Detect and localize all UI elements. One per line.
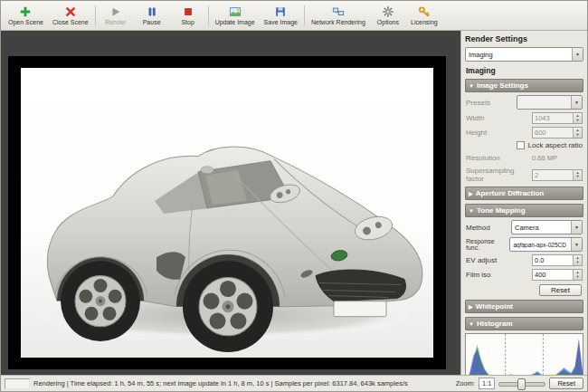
- render-canvas: [8, 56, 446, 369]
- lock-aspect-ratio-label: Lock aspect ratio: [528, 141, 583, 149]
- spinner-arrows-icon[interactable]: ▲▼: [573, 113, 582, 123]
- zoom-label: Zoom:: [456, 379, 475, 387]
- presets-dropdown[interactable]: ▼: [517, 95, 583, 110]
- section-histogram-label: Histogram: [477, 320, 513, 328]
- chevron-down-icon: ▼: [571, 238, 582, 251]
- options-icon: [382, 5, 394, 18]
- resolution-value: 0.68 MP: [532, 154, 583, 162]
- licensing-button[interactable]: Licensing: [406, 2, 442, 29]
- car-render: [21, 68, 433, 358]
- method-dropdown[interactable]: Camera ▼: [511, 220, 583, 234]
- status-bar: Rendering | Time elapsed: 1 h, 54 m, 55 …: [1, 375, 587, 391]
- render-icon: [109, 5, 122, 18]
- lock-aspect-ratio-checkbox[interactable]: [517, 141, 525, 149]
- update-image-icon: [229, 5, 242, 18]
- histogram-plot: [465, 333, 583, 375]
- height-spinbox[interactable]: 600 ▲▼: [532, 127, 583, 139]
- pause-icon: [146, 5, 158, 18]
- collapse-triangle-icon: ▼: [469, 83, 474, 89]
- rendered-image: [21, 68, 433, 358]
- render-button[interactable]: Render: [98, 2, 134, 29]
- section-tone-mapping[interactable]: ▼ Tone Mapping: [465, 204, 583, 217]
- supersampling-spinbox[interactable]: 2 ▲▼: [532, 169, 583, 181]
- tone-mapping-reset-button[interactable]: Reset: [539, 284, 582, 296]
- network-rendering-button[interactable]: Network Rendering: [307, 2, 370, 29]
- toolbar: Open Scene Close Scene Render Pause Stop…: [1, 1, 587, 31]
- collapse-triangle-icon: ▶: [469, 304, 473, 310]
- section-image-settings[interactable]: ▼ Image Settings: [465, 79, 583, 92]
- zoom-value[interactable]: 1:1: [479, 378, 495, 389]
- collapse-triangle-icon: ▼: [469, 321, 474, 327]
- save-image-button[interactable]: Save Image: [260, 2, 302, 29]
- section-whitepoint[interactable]: ▶ Whitepoint: [465, 300, 583, 313]
- update-image-button[interactable]: Update Image: [211, 2, 260, 29]
- network-rendering-label: Network Rendering: [311, 19, 365, 26]
- toolbar-separator: [208, 5, 209, 25]
- resolution-label: Resolution: [466, 154, 500, 162]
- licensing-label: Licensing: [411, 19, 438, 26]
- zoom-slider-thumb[interactable]: [517, 378, 526, 390]
- close-scene-icon: [64, 5, 77, 18]
- settings-category-dropdown[interactable]: Imaging ▼: [465, 47, 583, 62]
- collapse-triangle-icon: ▼: [469, 208, 474, 214]
- height-label: Height: [466, 129, 487, 137]
- stop-icon: [182, 5, 194, 18]
- open-scene-button[interactable]: Open Scene: [4, 2, 48, 29]
- panel-title: Render Settings: [465, 34, 583, 43]
- spinner-arrows-icon[interactable]: ▲▼: [573, 255, 582, 265]
- pause-button[interactable]: Pause: [134, 2, 170, 29]
- application-window: Open Scene Close Scene Render Pause Stop…: [0, 0, 588, 392]
- response-func-dropdown[interactable]: agfapan-apx-025CD ▼: [509, 237, 583, 252]
- collapse-triangle-icon: ▶: [469, 191, 473, 196]
- status-text: Rendering | Time elapsed: 1 h, 54 m, 55 …: [33, 379, 452, 387]
- options-label: Options: [377, 19, 399, 26]
- presets-label: Presets: [466, 99, 490, 107]
- section-aperture-label: Aperture Diffraction: [476, 189, 545, 197]
- render-viewport: [1, 31, 460, 375]
- options-button[interactable]: Options: [370, 2, 406, 29]
- zoom-slider[interactable]: [498, 378, 545, 389]
- film-iso-label: Film iso: [466, 271, 491, 279]
- pause-label: Pause: [143, 19, 161, 26]
- toolbar-separator: [304, 5, 305, 25]
- section-image-settings-label: Image Settings: [477, 81, 528, 90]
- network-rendering-icon: [332, 5, 345, 18]
- open-scene-label: Open Scene: [8, 19, 43, 26]
- close-scene-button[interactable]: Close Scene: [48, 2, 93, 29]
- render-label: Render: [105, 19, 126, 26]
- zoom-reset-button[interactable]: Reset: [549, 378, 583, 389]
- width-spinbox[interactable]: 1043 ▲▼: [532, 112, 583, 124]
- chevron-down-icon: ▼: [571, 96, 582, 109]
- licensing-icon: [418, 5, 431, 18]
- save-image-icon: [274, 5, 287, 18]
- chevron-down-icon: ▼: [571, 221, 582, 234]
- spinner-arrows-icon[interactable]: ▲▼: [573, 128, 582, 138]
- open-scene-icon: [19, 5, 32, 18]
- ev-adjust-spinbox[interactable]: 0.0 ▲▼: [532, 254, 583, 266]
- chevron-down-icon: ▼: [572, 48, 583, 61]
- supersampling-label: Supersampling factor: [466, 167, 522, 183]
- toolbar-separator: [95, 5, 96, 25]
- ev-adjust-label: EV adjust: [466, 256, 497, 264]
- response-func-label: Response func.: [466, 238, 509, 251]
- width-label: Width: [466, 114, 484, 122]
- section-whitepoint-label: Whitepoint: [476, 302, 513, 311]
- update-image-label: Update Image: [215, 19, 255, 26]
- progress-box: [5, 378, 30, 389]
- category-label: Imaging: [466, 66, 583, 75]
- stop-button[interactable]: Stop: [170, 2, 206, 29]
- stop-label: Stop: [181, 19, 194, 26]
- close-scene-label: Close Scene: [52, 19, 89, 26]
- method-label: Method: [466, 224, 490, 232]
- section-histogram[interactable]: ▼ Histogram: [465, 317, 583, 330]
- render-settings-panel: Render Settings Imaging ▼ Imaging ▼ Imag…: [460, 31, 587, 375]
- section-tone-mapping-label: Tone Mapping: [477, 206, 526, 215]
- section-aperture-diffraction[interactable]: ▶ Aperture Diffraction: [465, 186, 583, 200]
- spinner-arrows-icon[interactable]: ▲▼: [573, 170, 582, 180]
- film-iso-spinbox[interactable]: 400 ▲▼: [532, 269, 583, 281]
- save-image-label: Save Image: [264, 19, 298, 26]
- spinner-arrows-icon[interactable]: ▲▼: [573, 270, 582, 280]
